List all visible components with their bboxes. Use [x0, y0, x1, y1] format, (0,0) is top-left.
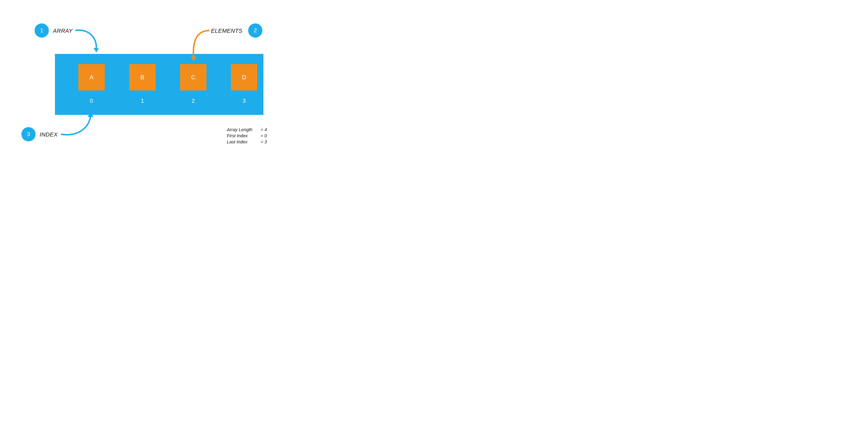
- info-label: Last Index: [227, 139, 259, 145]
- label-index: INDEX: [40, 131, 58, 138]
- svg-marker-0: [94, 48, 99, 53]
- badge-array: 1: [35, 23, 49, 38]
- array-index: 3: [231, 98, 257, 104]
- arrow-index-icon: [60, 111, 99, 139]
- array-container: A B C D 0 1 2 3: [55, 54, 264, 115]
- array-cell: C: [180, 64, 207, 91]
- array-cell: D: [231, 64, 257, 91]
- info-label: First Index: [227, 133, 259, 138]
- array-index: 1: [129, 98, 156, 104]
- array-cell: B: [129, 64, 156, 91]
- info-last-index: Last Index = 3: [227, 139, 267, 145]
- arrow-elements-icon: [189, 26, 216, 63]
- badge-elements: 2: [248, 23, 262, 38]
- info-value: = 4: [260, 127, 267, 132]
- info-first-index: First Index = 0: [227, 133, 267, 138]
- info-value: = 0: [260, 133, 267, 138]
- svg-marker-1: [191, 56, 196, 61]
- array-index: 2: [180, 98, 207, 104]
- array-index: 0: [78, 98, 105, 104]
- svg-marker-2: [88, 112, 93, 117]
- badge-index: 3: [21, 127, 36, 141]
- label-elements: ELEMENTS: [211, 28, 243, 34]
- array-cell: A: [78, 64, 105, 91]
- arrow-array-icon: [74, 26, 101, 55]
- info-array-length: Array Length = 4: [227, 127, 267, 132]
- label-array: ARRAY: [53, 28, 73, 34]
- info-label: Array Length: [227, 127, 259, 132]
- info-value: = 3: [260, 139, 267, 145]
